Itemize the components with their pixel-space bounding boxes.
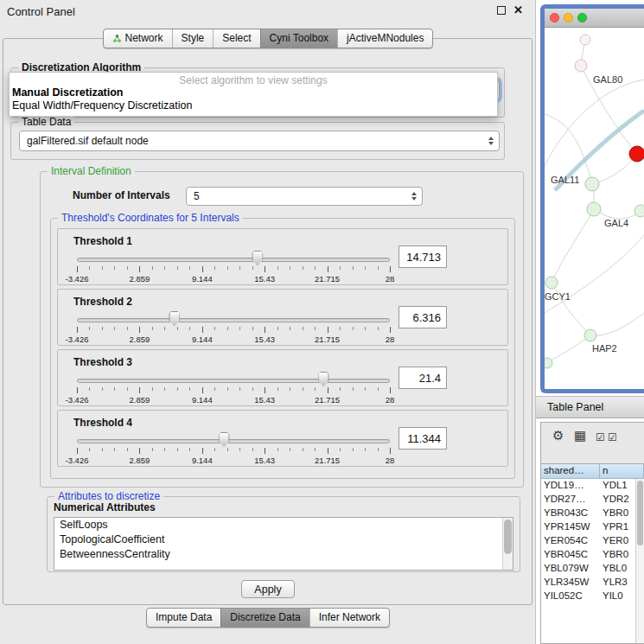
- checkbox-icon[interactable]: ☑: [608, 430, 617, 444]
- table-row[interactable]: YBR043CYBR0: [541, 507, 644, 520]
- table-data-select[interactable]: galFiltered.sif default node: [19, 131, 500, 151]
- tab-label: Impute Data: [156, 611, 212, 623]
- attribute-items: SelfLoopsTopologicalCoefficientBetweenne…: [54, 518, 513, 562]
- tab-label: Select: [222, 32, 251, 44]
- network-canvas[interactable]: GAL80GAL11GAL4GCY1HAP2: [545, 28, 644, 388]
- network-node[interactable]: [584, 329, 596, 341]
- slider-scale-labels: -3.4262.8599.14415.4321.71528: [77, 456, 390, 465]
- tab-network[interactable]: Network: [104, 29, 172, 48]
- columns-icon[interactable]: ▦: [574, 429, 586, 443]
- float-window-icon[interactable]: [497, 6, 506, 15]
- numerical-attributes-label: Numerical Attributes: [54, 501, 156, 513]
- slider-ticks: [77, 327, 390, 334]
- network-node[interactable]: [545, 277, 558, 289]
- network-node[interactable]: [587, 202, 601, 216]
- slider-thumb-icon[interactable]: [318, 372, 329, 386]
- attributes-group-title: Attributes to discretize: [54, 490, 163, 502]
- network-node-label: GCY1: [545, 291, 571, 302]
- threshold-label: Threshold 3: [73, 356, 132, 368]
- apply-button[interactable]: Apply: [241, 580, 295, 598]
- threshold-slider[interactable]: [77, 439, 390, 443]
- slider-ticks: [77, 387, 390, 394]
- threshold-slider[interactable]: [77, 318, 390, 322]
- table-cell: YPR145W: [541, 520, 600, 534]
- number-of-intervals-label: Number of Intervals: [73, 189, 170, 201]
- algorithm-option[interactable]: Manual Discretization: [10, 86, 497, 99]
- attribute-list-item[interactable]: BetweennessCentrality: [54, 547, 513, 562]
- threshold-slider[interactable]: [77, 258, 390, 262]
- zoom-traffic-light-icon[interactable]: [577, 13, 587, 22]
- network-node-label: HAP2: [592, 343, 617, 354]
- network-canvas-svg: GAL80GAL11GAL4GCY1HAP2: [545, 28, 644, 388]
- close-icon[interactable]: ✕: [513, 5, 523, 16]
- threshold-value-field[interactable]: 14.713: [399, 245, 447, 268]
- network-icon: [112, 34, 122, 43]
- table-panel-title: Table Panel: [547, 401, 603, 413]
- tab-select[interactable]: Select: [213, 29, 259, 48]
- table-row[interactable]: YBR045CYBR0: [541, 548, 644, 562]
- threshold-value-field[interactable]: 6.316: [399, 306, 447, 328]
- panel-title: Control Panel: [7, 5, 75, 18]
- threshold-value-field[interactable]: 21.4: [399, 367, 447, 389]
- table-panel-window: ⚙ ▦ ☑ ☑ shared… n YDL19…YDL1YDR27…YDR2YB…: [540, 422, 644, 644]
- threshold-4-box: Threshold 4 -3.4262.8599.14415.4321.7152…: [57, 410, 508, 467]
- threshold-slider[interactable]: [77, 379, 390, 383]
- number-of-intervals-select[interactable]: 5: [186, 187, 423, 206]
- network-node-label: GAL11: [551, 175, 579, 185]
- tab-label: Style: [182, 32, 205, 44]
- threshold-1-box: Threshold 1 -3.4262.8599.14415.4321.7152…: [57, 228, 508, 285]
- numerical-attributes-list[interactable]: SelfLoopsTopologicalCoefficientBetweenne…: [54, 517, 513, 571]
- slider-scale-labels: -3.4262.8599.14415.4321.71528: [77, 335, 390, 344]
- network-node[interactable]: [580, 35, 590, 45]
- scrollbar-thumb[interactable]: [637, 481, 643, 545]
- tab-jactivemnodules[interactable]: jActiveMNodules: [337, 29, 432, 48]
- top-tab-bar: NetworkStyleSelectCyni ToolboxjActiveMNo…: [0, 29, 536, 48]
- threshold-value-field[interactable]: 11.344: [399, 427, 447, 450]
- tab-style[interactable]: Style: [172, 29, 214, 48]
- table-row[interactable]: YBL079WYBL0: [541, 562, 644, 576]
- table-cell: YBL079W: [541, 562, 600, 576]
- table-row[interactable]: YLR345WYLR3: [541, 576, 644, 590]
- scrollbar-thumb[interactable]: [504, 520, 512, 554]
- checkbox-icon[interactable]: ☑: [596, 430, 605, 444]
- table-row[interactable]: YDL19…YDL1: [541, 479, 644, 493]
- tab-infer-network[interactable]: Infer Network: [309, 609, 389, 627]
- gear-icon[interactable]: ⚙: [552, 429, 564, 443]
- network-node[interactable]: [575, 60, 587, 72]
- close-traffic-light-icon[interactable]: [550, 13, 559, 22]
- network-node[interactable]: [545, 358, 552, 368]
- table-cell: YDL19…: [541, 479, 600, 493]
- tab-impute-data[interactable]: Impute Data: [147, 609, 220, 627]
- table-cell: YER054C: [541, 534, 600, 548]
- tab-discretize-data[interactable]: Discretize Data: [220, 609, 309, 627]
- bottom-tab-group: Impute DataDiscretize DataInfer Network: [146, 608, 390, 628]
- table-panel-header: Table Panel: [536, 396, 644, 418]
- tab-cyni-toolbox[interactable]: Cyni Toolbox: [260, 29, 337, 48]
- column-header-shared-name[interactable]: shared…: [541, 464, 600, 479]
- slider-thumb-icon[interactable]: [252, 251, 263, 265]
- network-node[interactable]: [629, 146, 644, 162]
- slider-ticks: [77, 266, 390, 273]
- table-scrollbar[interactable]: [635, 479, 644, 643]
- minimize-traffic-light-icon[interactable]: [564, 13, 573, 22]
- interval-definition-group-title: Interval Definition: [48, 165, 135, 177]
- slider-thumb-icon[interactable]: [169, 311, 180, 326]
- table-row[interactable]: YPR145WYPR1: [541, 520, 644, 534]
- attribute-list-item[interactable]: SelfLoops: [54, 518, 513, 532]
- network-node[interactable]: [585, 177, 599, 191]
- algorithm-option[interactable]: Equal Width/Frequency Discretization: [10, 99, 497, 112]
- attribute-list-item[interactable]: TopologicalCoefficient: [54, 532, 513, 547]
- slider-thumb-icon[interactable]: [219, 432, 230, 447]
- table-row[interactable]: YIL052CYIL0: [541, 590, 644, 603]
- table-cell: YBR045C: [541, 548, 600, 562]
- network-node[interactable]: [634, 205, 644, 217]
- table-row[interactable]: YDR27…YDR2: [541, 493, 644, 507]
- slider-ticks: [77, 448, 390, 455]
- chevron-updown-icon: [485, 131, 497, 150]
- right-panel-area: GAL80GAL11GAL4GCY1HAP2 Table Panel ⚙ ▦ ☑…: [536, 0, 644, 644]
- list-scrollbar[interactable]: [502, 518, 513, 570]
- table-row[interactable]: YER054CYER0: [541, 534, 644, 548]
- column-header-name[interactable]: n: [600, 464, 644, 479]
- thresholds-group-title: Threshold's Coordinates for 5 Intervals: [58, 212, 243, 224]
- threshold-label: Threshold 4: [73, 417, 132, 429]
